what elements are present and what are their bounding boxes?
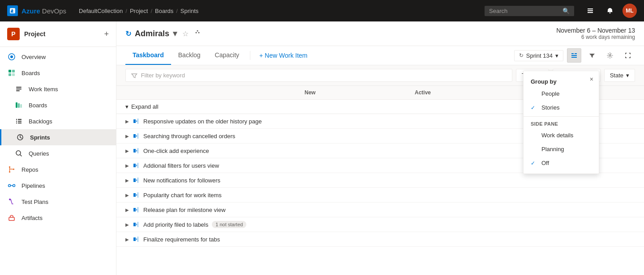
row-expand-icon[interactable]: ▶ [125,119,129,124]
sidebar-item-label-backlogs: Backlogs [29,118,52,125]
sidebar: P Project + Overview Boards [0,21,116,275]
list-icon[interactable] [583,4,597,18]
filter-state-dropdown[interactable]: State ▾ [604,69,635,82]
tab-capacity[interactable]: Capacity [208,46,246,65]
sidebar-item-backlogs[interactable]: Backlogs [0,113,116,129]
settings-button[interactable] [603,48,617,63]
groupby-item-stories[interactable]: ✓ Stories [524,101,599,114]
filter-keyword-input[interactable] [125,69,512,82]
groupby-item-planning[interactable]: Planning [524,142,599,156]
sprint-dates: November 6 – November 13 [556,27,635,34]
expand-chevron-icon: ▾ [125,103,129,110]
work-item-label-9[interactable]: Finalize requirements for tabs [143,236,220,243]
row-expand-icon[interactable]: ▶ [125,148,129,153]
svg-rect-51 [133,164,136,167]
breadcrumb-item-boards[interactable]: Boards [155,8,173,14]
project-name: Project [24,30,99,38]
project-add-button[interactable]: + [104,30,109,39]
work-item-icon-9 [133,236,140,243]
sidebar-item-pipelines[interactable]: Pipelines [0,178,116,194]
expand-all-label: Expand all [131,103,159,110]
work-item-badge-8: 1 not started [212,221,246,228]
table-row: ▶ Add priority filed to labels 1 not sta… [116,217,644,232]
work-item-icon-4 [133,162,140,169]
sidebar-item-repos[interactable]: Repos [0,161,116,178]
work-item-label-3[interactable]: One-click add experience [143,148,209,154]
svg-rect-58 [136,194,137,196]
sidebar-item-label-workitems: Work Items [29,86,58,93]
filter-input-field[interactable] [141,72,507,79]
breadcrumb-item-project[interactable]: Project [130,8,148,14]
top-nav: Azure DevOps DefaultCollection / Project… [0,0,644,21]
work-item-label-1[interactable]: Responsive updates on the older history … [143,118,262,125]
notification-icon[interactable] [603,4,617,18]
sidebar-item-boards-sub[interactable]: Boards [0,97,116,113]
sidebar-item-boards-parent[interactable]: Boards [0,65,116,81]
work-item-label-7[interactable]: Release plan for milestone view [143,207,226,213]
svg-rect-67 [136,238,137,240]
search-bar[interactable]: 🔍 [485,6,574,16]
sidebar-item-artifacts[interactable]: Artifacts [0,210,116,226]
col-new: New [305,89,415,96]
groupby-item-off[interactable]: ✓ Off [524,156,599,170]
sidebar-item-queries[interactable]: Queries [0,145,116,161]
work-item-label-5[interactable]: New notifications for followers [143,177,220,184]
row-expand-icon[interactable]: ▶ [125,134,129,139]
breadcrumb-item-defaultcollection[interactable]: DefaultCollection [79,8,123,14]
svg-rect-63 [133,223,136,226]
breadcrumb-sep-1: / [125,8,127,14]
sprint-manage-icon[interactable] [194,29,201,38]
group-by-button[interactable] [567,48,581,63]
work-item-title-3: ▶ One-click add experience [125,147,305,154]
work-item-title-7: ▶ Release plan for milestone view [125,206,305,213]
svg-rect-47 [137,133,138,139]
svg-point-29 [9,185,11,187]
row-expand-icon[interactable]: ▶ [125,237,129,242]
expand-button[interactable] [621,48,635,63]
search-input[interactable] [489,8,559,14]
svg-rect-65 [137,222,138,227]
main-layout: P Project + Overview Boards [0,21,644,275]
sidebar-item-workitems[interactable]: Work Items [0,81,116,97]
svg-rect-16 [16,119,17,120]
tab-backlog[interactable]: Backlog [171,46,208,65]
sidebar-item-sprints[interactable]: Sprints [0,129,116,145]
svg-rect-60 [133,208,136,212]
row-expand-icon[interactable]: ▶ [125,178,129,183]
svg-rect-11 [16,89,21,89]
work-item-label-2[interactable]: Searching through cancelled orders [143,133,235,140]
groupby-section-sidepane: Side Pane [524,118,599,128]
svg-rect-40 [571,57,577,58]
repos-icon [7,165,16,174]
work-item-label-6[interactable]: Popularity chart for work items [143,192,222,199]
work-item-label-8[interactable]: Add priority filed to labels [143,221,208,228]
filter-button[interactable] [585,48,599,63]
row-expand-icon[interactable]: ▶ [125,222,129,227]
row-expand-icon[interactable]: ▶ [125,193,129,198]
logo[interactable]: Azure DevOps [7,5,66,16]
tab-taskboard[interactable]: Taskboard [125,46,171,65]
groupby-close-button[interactable]: × [588,74,595,85]
azure-devops-logo-icon [7,5,18,16]
work-item-icon-6 [133,191,140,199]
boards-sub-icon [14,101,23,110]
sprint-chevron-icon[interactable]: ▾ [173,29,177,38]
row-expand-icon[interactable]: ▶ [125,163,129,168]
project-header[interactable]: P Project + [0,21,116,47]
user-avatar[interactable]: ML [623,4,637,18]
breadcrumb-item-sprints[interactable]: Sprints [180,8,198,14]
sprint-favorite-icon[interactable]: ☆ [182,30,189,38]
sidebar-item-overview[interactable]: Overview [0,49,116,65]
groupby-item-workdetails[interactable]: Work details [524,128,599,142]
svg-rect-64 [136,224,137,225]
work-item-title-6: ▶ Popularity chart for work items [125,191,305,199]
new-work-item-button[interactable]: + New Work Item [254,48,313,63]
overview-icon [7,52,16,61]
work-item-label-4[interactable]: Addional filters for users view [143,162,219,169]
sprint-selector[interactable]: ↻ Sprint 134 ▾ [514,50,563,61]
groupby-item-people[interactable]: People [524,87,599,101]
groupby-stories-label: Stories [541,104,559,111]
sidebar-item-testplans[interactable]: Test Plans [0,194,116,210]
row-expand-icon[interactable]: ▶ [125,207,129,212]
table-row: ▶ New notifications for followers [116,173,644,188]
